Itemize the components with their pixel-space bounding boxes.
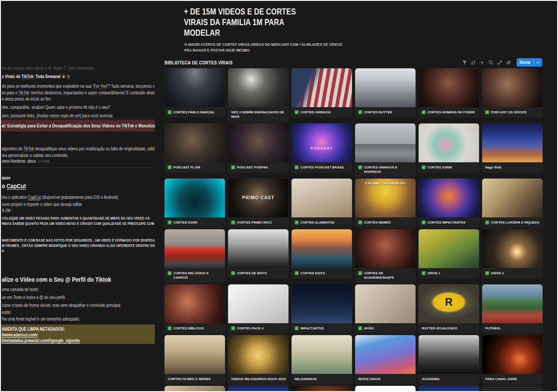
- gallery-card-impactantes[interactable]: ✓IMPACTANTES: [292, 284, 352, 333]
- text-segment: algoritmo do: [2, 146, 23, 151]
- gallery-card-cortes-biblicos[interactable]: ✓CORTES BÍBLICOS: [165, 284, 225, 333]
- gallery-card-cortes-de-academia-shape[interactable]: ✓CORTES DE ACADEMIA/SHAPE: [355, 229, 416, 283]
- checkbox-icon: ✓: [358, 165, 362, 169]
- card-title: RESULTADOS: [358, 377, 381, 381]
- card-title-row: MILIONARIOS: [292, 374, 352, 384]
- gallery-card-podcast-podpah[interactable]: ✓PODCAST PODPAH: [228, 123, 288, 172]
- gallery-card-partial-3[interactable]: [292, 386, 352, 391]
- app-window: rra de espaço para ativar a IA, digite "…: [0, 0, 558, 392]
- card-thumbnail: [228, 68, 288, 107]
- card-title: CORTES MEMES: [364, 220, 391, 225]
- inline-link[interactable]: CapCut: [7, 183, 26, 190]
- text-segment: AMENTA QUE LIMPA METADADOS:: [2, 327, 65, 332]
- gallery-card-cortes-primo-rico[interactable]: PRIMO CAST✓CORTES PRIMO RICO: [228, 179, 288, 228]
- gallery-card-partial-2[interactable]: [228, 386, 288, 391]
- gallery-card-partial-1[interactable]: [165, 386, 225, 391]
- card-title-row: ✓CORTES LUXÚRIA E RIQUEZA: [482, 217, 543, 228]
- gallery-card-partial-6[interactable]: [482, 386, 543, 391]
- gallery-card-cortes-podcast-brasil[interactable]: PODCAST✓CORTES PODCAST BRASIL: [292, 123, 352, 172]
- gallery-card-academia[interactable]: ACADEMIA: [419, 335, 479, 384]
- gallery-card-partial-4[interactable]: [355, 386, 416, 391]
- zap-icon[interactable]: [479, 60, 485, 65]
- text-segment: os para o: [2, 90, 19, 95]
- gallery-card-podcast-os-socios[interactable]: ✓PODCAST OS SÓCIOS: [482, 68, 543, 117]
- inline-link[interactable]: //metadados.jcmaciel.com/#google_vignett…: [2, 338, 80, 343]
- inline-link[interactable]: CapCut: [28, 195, 41, 200]
- text-segment: : trechos dinâmicos, impactantes e super…: [29, 90, 155, 95]
- gallery-card-cortes-ruyter[interactable]: ✓CORTES RUYTER: [355, 68, 416, 117]
- file-attachment[interactable]: ores Horários .docx17.9 KB: [2, 158, 58, 164]
- text-segment: ] para você acessar.: [80, 113, 113, 118]
- card-thumbnail: [419, 68, 479, 107]
- gallery-card-cortes-homens-de-poder[interactable]: ✓CORTES HOMENS DE PODER: [419, 68, 479, 117]
- gallery-card-cortes-pack-4[interactable]: ✓CORTES PACK 4: [228, 284, 288, 333]
- gallery-card-cortes-dark[interactable]: ✓CORTES DARK: [165, 179, 225, 228]
- card-title-row: ✓CORTES PODCAST BRASIL: [292, 162, 352, 172]
- expand-icon[interactable]: [497, 60, 503, 65]
- text-line: novo projeto e importe o video que desej…: [2, 202, 97, 207]
- text-line: lha uma fonte legível e um tamanho adequ…: [2, 316, 94, 322]
- file-size: 17.9 KB: [38, 159, 49, 164]
- text-line: asso: [2, 175, 12, 181]
- text-line: nhe, compartilhe, viralize! Quem sabe o …: [2, 105, 129, 110]
- card-title-row: RUYTER ATUALIZADO: [419, 323, 479, 333]
- text-line: K: [2, 248, 4, 254]
- gallery-card-podcast-flow[interactable]: ✓PODCAST FLOW: [165, 123, 225, 172]
- gallery-card-tiago-finth[interactable]: tiago finth: [482, 123, 543, 172]
- gallery-card-futebol[interactable]: FUTEBOL: [482, 284, 543, 333]
- gallery-card-drive-1[interactable]: ✓DRIVE 1: [419, 229, 479, 278]
- gallery-card-cortes-pablo-marcal[interactable]: ✓CORTES PABLO MARÇAL: [165, 68, 225, 117]
- gallery-card-para-canal-dark[interactable]: PARA CANAL DARK: [482, 335, 543, 384]
- sort-icon[interactable]: [471, 60, 476, 65]
- card-title: PODCAST FLOW: [173, 165, 200, 170]
- gallery-card-cortes-relogios-e-carros[interactable]: ✓CORTES RELÓGIOS E CARROS: [165, 229, 225, 283]
- gallery-card-cortes-gringos[interactable]: ✓CORTES GRINGOS: [292, 68, 352, 117]
- gallery-card-cortes-alimentos[interactable]: ✓CORTES ALIMENTOS: [292, 179, 352, 228]
- gallery-card-veo-3-gemini[interactable]: VEO 3 GEMINI ENGRAÇADOS DE MAIS: [228, 68, 288, 122]
- gallery-card-cortes-de-moto[interactable]: ✓CORTES DE MOTO: [228, 229, 288, 278]
- card-title-row: CORTES FILMES E SERIES: [165, 374, 225, 384]
- gallery-card-resultados[interactable]: RESULTADOS: [355, 335, 416, 384]
- gallery-card-aviao[interactable]: ✓AVIÃO: [355, 284, 416, 333]
- gallery-card-milionarios[interactable]: MILIONARIOS: [292, 335, 352, 384]
- text-segment: RMAS SABEM QUANTO PESA UM VIDEO NOVO E C…: [2, 221, 154, 226]
- gallery-card-cortes-filmes-e-series[interactable]: CORTES FILMES E SERIES: [165, 335, 225, 384]
- checkbox-icon: ✓: [168, 220, 172, 224]
- text-segment: : Toda Semana!: [33, 74, 62, 79]
- gallery-card-cortes-gringos-e-diversos[interactable]: ✓CORTES GRINGOS E DIVERSOS: [355, 123, 416, 177]
- thumbnail-text: CALMA, CALABRESO: [355, 181, 416, 185]
- card-title: AVIÃO: [364, 326, 374, 331]
- text-segment: uma camada de texto:: [2, 287, 39, 292]
- gallery-card-cortes-memes[interactable]: CALMA, CALABRESO✓CORTES MEMES: [355, 179, 416, 228]
- card-thumbnail: [482, 229, 543, 268]
- gallery-card-cortes-edits[interactable]: ✓CORTES EDITS: [292, 229, 352, 278]
- text-segment: TikTok: [122, 123, 134, 128]
- gallery-card-videos-milionarios-novo-2025[interactable]: VIDEOS MILIONARIOS NOVO 2025: [228, 335, 288, 384]
- card-thumbnail: [228, 386, 288, 391]
- text-segment: e deixa preso do início ao fim.: [2, 97, 52, 101]
- card-title: ACADEMIA: [422, 377, 439, 381]
- chevron-down-icon[interactable]: [534, 60, 542, 64]
- text-line: ara personalizar e validar seu conteúdo.: [2, 153, 80, 158]
- file-name: ores Horários .docx: [2, 158, 36, 164]
- tune-icon[interactable]: [506, 60, 512, 65]
- text-line: os para o TikTok: trechos dinâmicos, imp…: [2, 90, 155, 96]
- gallery-card-drive-2[interactable]: ✓DRIVE 2: [482, 229, 543, 278]
- gallery-card-ruyter-atualizado[interactable]: RRUYTER ATUALIZADO: [419, 284, 479, 333]
- gallery-card-cortes-impactantes[interactable]: ✓CORTES IMPACTANTES: [419, 179, 479, 228]
- inline-link[interactable]: //www.adarsus.com/: [2, 332, 37, 337]
- card-title: CORTES GRINGOS: [300, 110, 331, 115]
- text-segment: do para os melhores momentos que explode…: [2, 84, 94, 89]
- card-title-row: ✓CORTES MEMES: [355, 217, 416, 228]
- gallery-card-cortes-luxuria-e-riqueza[interactable]: ✓CORTES LUXÚRIA E RIQUEZA: [482, 179, 543, 228]
- gallery-card-cortes-asrm[interactable]: ✓CORTES ASRM: [419, 123, 479, 172]
- search-icon[interactable]: [488, 60, 494, 65]
- card-thumbnail: [355, 68, 416, 107]
- card-thumbnail: [165, 335, 225, 374]
- text-line: A 1M :: [2, 208, 14, 213]
- filter-icon[interactable]: [462, 60, 468, 65]
- checkbox-icon: ✓: [168, 271, 172, 275]
- card-title-row: VEO 3 GEMINI ENGRAÇADOS DE MAIS: [228, 107, 288, 122]
- gallery-card-partial-5[interactable]: [419, 386, 479, 391]
- new-button[interactable]: Nova: [517, 58, 542, 67]
